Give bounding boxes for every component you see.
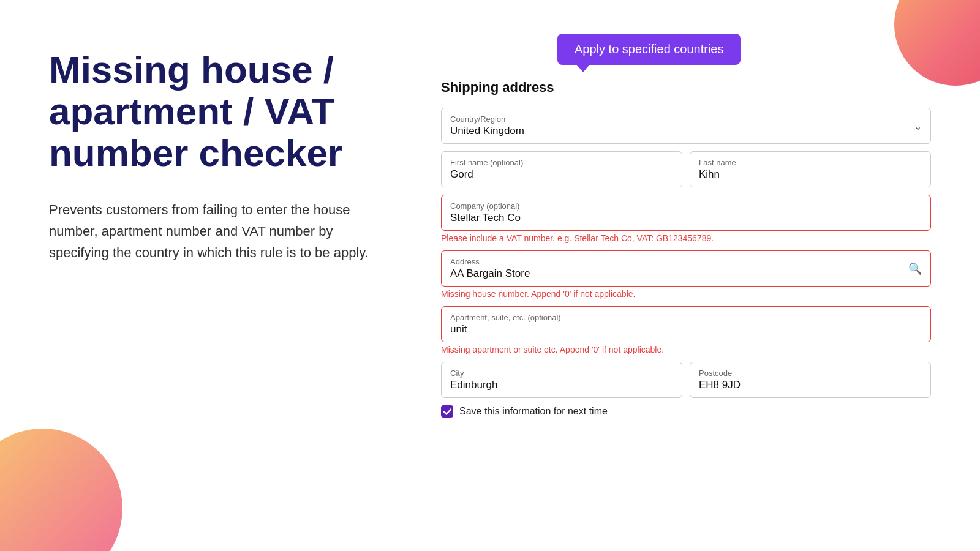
vat-hint-text: Please include a VAT number. e.g. Stella…	[441, 233, 931, 243]
address-error-text: Missing house number. Append '0' if not …	[441, 289, 931, 299]
postcode-field[interactable]: Postcode EH8 9JD	[690, 362, 931, 398]
address-value: AA Bargain Store	[450, 268, 530, 279]
city-postcode-row: City Edinburgh Postcode EH8 9JD	[441, 362, 931, 398]
address-label: Address	[450, 257, 922, 266]
country-field[interactable]: Country/Region United Kingdom ⌄	[441, 108, 931, 144]
address-field[interactable]: Address AA Bargain Store 🔍	[441, 250, 931, 287]
last-name-label: Last name	[699, 158, 922, 167]
save-checkbox[interactable]	[441, 405, 453, 418]
apartment-field[interactable]: Apartment, suite, etc. (optional) unit	[441, 306, 931, 342]
left-panel: Missing house / apartment / VAT number c…	[0, 0, 417, 551]
apply-countries-badge[interactable]: Apply to specified countries	[557, 34, 741, 65]
name-row: First name (optional) Gord Last name Kih…	[441, 151, 931, 187]
shipping-form: Country/Region United Kingdom ⌄ First na…	[441, 108, 931, 418]
last-name-value: Kihn	[699, 168, 720, 180]
save-label: Save this information for next time	[459, 406, 608, 417]
company-value: Stellar Tech Co	[450, 212, 521, 223]
country-value: United Kingdom	[450, 125, 524, 137]
main-title: Missing house / apartment / VAT number c…	[49, 49, 380, 174]
checkmark-icon	[443, 408, 451, 416]
company-label: Company (optional)	[450, 201, 922, 211]
chevron-down-icon: ⌄	[914, 120, 922, 132]
first-name-field[interactable]: First name (optional) Gord	[441, 151, 682, 187]
country-label: Country/Region	[450, 114, 922, 124]
first-name-label: First name (optional)	[450, 158, 673, 167]
city-label: City	[450, 369, 673, 378]
section-title: Shipping address	[441, 73, 931, 96]
last-name-field[interactable]: Last name Kihn	[690, 151, 931, 187]
apartment-label: Apartment, suite, etc. (optional)	[450, 313, 922, 322]
apartment-error-text: Missing apartment or suite etc. Append '…	[441, 345, 931, 354]
description-text: Prevents customers from failing to enter…	[49, 199, 380, 264]
search-icon: 🔍	[908, 262, 922, 276]
apartment-value: unit	[450, 323, 467, 335]
save-info-row[interactable]: Save this information for next time	[441, 405, 931, 418]
company-field[interactable]: Company (optional) Stellar Tech Co	[441, 195, 931, 231]
city-field[interactable]: City Edinburgh	[441, 362, 682, 398]
postcode-value: EH8 9JD	[699, 379, 741, 391]
first-name-value: Gord	[450, 168, 473, 180]
postcode-label: Postcode	[699, 369, 922, 378]
right-panel: Apply to specified countries Shipping ad…	[417, 0, 980, 551]
city-value: Edinburgh	[450, 379, 498, 391]
